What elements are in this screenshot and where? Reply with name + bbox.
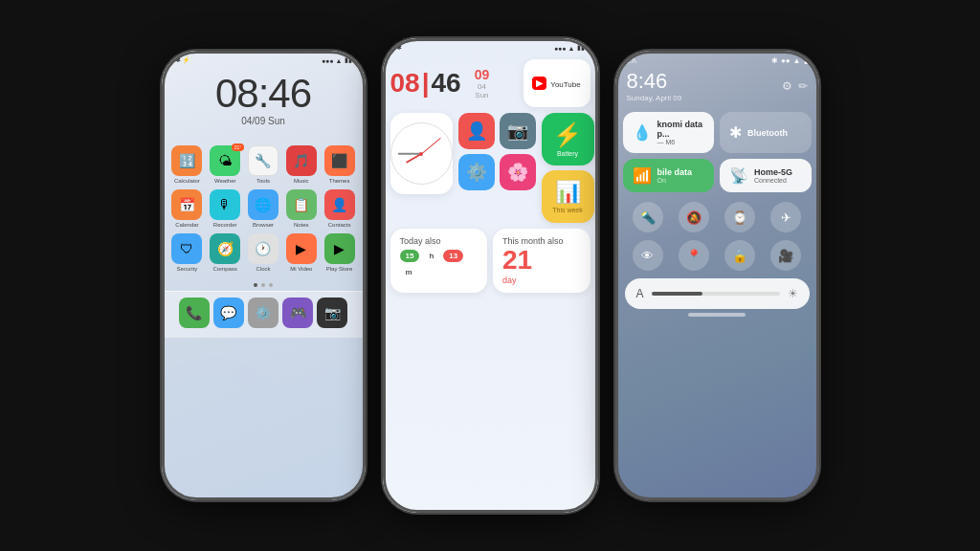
cc-tile-bluetooth[interactable]: ✱ Bluetooth [720, 112, 812, 153]
phone1-date: 04/09 Sun [162, 116, 366, 126]
app-playstore[interactable]: ▶ Play Store [323, 233, 356, 272]
browser-icon: 🌐 [248, 189, 278, 220]
cc-tile-water-text: knomi data p... — M6 [657, 120, 705, 145]
cc-btn-video[interactable]: 🎥 [770, 240, 801, 271]
yt-label: YouTube [550, 80, 580, 89]
cc-mobiledata-icon: 📶 [633, 166, 652, 185]
analog-clock [390, 122, 453, 185]
app-security[interactable]: 🛡 Security [171, 233, 204, 272]
phone-3: EA ✱ ●● ▲ ▮ 8:46 Sunday, April 09 ⚙ ✏ [615, 51, 819, 500]
widget-time-display: 08 | 46 [390, 68, 461, 99]
cc-btn-nfc[interactable]: ⌚ [724, 202, 755, 232]
app-tools[interactable]: 🔧 Tools [247, 145, 279, 184]
brightness-sun-icon: ☀ [788, 287, 798, 300]
youtube-widget[interactable]: ▶ YouTube [523, 59, 590, 107]
cc-wifi-icon: ▲ [793, 56, 801, 65]
widget-hour: 08 [390, 68, 420, 99]
cc-buttons-row2: 👁 📍 🔒 🎥 [615, 236, 819, 275]
home-bar[interactable] [688, 313, 746, 317]
cc-header-left: EA [627, 56, 637, 65]
cc-bluetooth-icon: ✱ [771, 56, 778, 65]
cc-settings-icon[interactable]: ⚙ [782, 79, 792, 93]
mivideo-icon: ▶ [286, 233, 317, 264]
cc-btn-airplane[interactable]: ✈ [770, 202, 801, 232]
music-label: Music [294, 178, 309, 184]
month-unit: day [502, 276, 581, 285]
recorder-icon: 🎙 [210, 189, 240, 220]
phone2-screen: ✱ ●●● ▲ ▮▮ 08 | 46 09 04 [383, 38, 598, 513]
cc-btn-location[interactable]: 📍 [679, 240, 709, 271]
widget-hour2: 09 [475, 67, 490, 82]
calculator-label: Calculator [174, 178, 200, 184]
app-calculator[interactable]: 🔢 Calculator [171, 145, 204, 184]
slider-track [652, 292, 780, 296]
battery-usage-col: ⚡ Battery 📊 This week [542, 113, 594, 223]
app-notes[interactable]: 📋 Notes [285, 189, 318, 228]
month-num: 21 [502, 246, 581, 276]
phone-2: ✱ ●●● ▲ ▮▮ 08 | 46 09 04 [383, 38, 598, 513]
app-clock[interactable]: 🕐 Clock [247, 233, 279, 272]
cc-brightness-slider[interactable]: A ☀ [625, 278, 810, 309]
signal-icon: ●●● [322, 57, 334, 64]
dock-settings[interactable]: ⚙️ [248, 298, 278, 328]
dock-phone[interactable]: 📞 [179, 298, 210, 328]
phone1-time: 08:46 [162, 74, 366, 114]
cc-mobiledata-sub: On [657, 177, 693, 184]
cc-tile-water[interactable]: 💧 knomi data p... — M6 [623, 112, 715, 153]
cc-tile-bluetooth-text: Bluetooth [747, 128, 788, 138]
app-contacts[interactable]: 👤 Contacts [323, 189, 356, 228]
cc-home-area [615, 313, 819, 322]
today-month-row: Today also 15 h 13 m This month also 21 … [390, 229, 590, 293]
app-recorder[interactable]: 🎙 Recorder [209, 189, 241, 228]
cc-date: Sunday, April 09 [627, 94, 682, 102]
cc-ea-label: EA [627, 56, 637, 65]
small-settings[interactable]: ⚙️ [458, 154, 495, 190]
widget-sep: | [422, 68, 430, 99]
cc-edit-icon[interactable]: ✏ [798, 79, 808, 93]
cc-btn-eye[interactable]: 👁 [633, 240, 663, 271]
dock-camera[interactable]: 📷 [317, 298, 347, 328]
dock-messages[interactable]: 💬 [213, 298, 244, 328]
clock-center [419, 152, 423, 156]
phone2-signal: ●●● [554, 45, 567, 52]
cc-btn-flashlight[interactable]: 🔦 [633, 202, 663, 232]
cc-time-left: 8:46 Sunday, April 09 [627, 69, 682, 102]
app-music[interactable]: 🎵 Music [285, 145, 318, 184]
calendar-label: Calendar [175, 222, 198, 228]
app-calendar[interactable]: 📅 Calendar [171, 189, 204, 228]
contacts-icon: 👤 [324, 189, 355, 220]
cc-tile-wifi[interactable]: 📡 Home-5G Connected [720, 159, 812, 192]
dock-games[interactable]: 🎮 [282, 298, 313, 328]
small-apps-row1: 👤 📷 [458, 113, 536, 149]
app-themes[interactable]: ⬛ Themes [323, 145, 356, 184]
small-gallery[interactable]: 🌸 [500, 154, 536, 190]
cc-btn-mute[interactable]: 🔕 [679, 202, 709, 232]
clock-apps-row: 👤 📷 ⚙️ 🌸 ⚡ Battery [390, 113, 590, 223]
cc-tile-mobiledata-text: bile data On [657, 167, 693, 184]
analog-clock-widget [390, 113, 453, 194]
app-browser[interactable]: 🌐 Browser [247, 189, 279, 228]
cc-top-actions: ⚙ ✏ [782, 79, 808, 93]
phone3-screen: EA ✱ ●● ▲ ▮ 8:46 Sunday, April 09 ⚙ ✏ [615, 51, 819, 500]
small-contacts[interactable]: 👤 [458, 113, 495, 149]
cc-tile-wifi-text: Home-5G Connected [754, 167, 792, 184]
weather-label: Weather [214, 178, 236, 184]
time-row: 08 | 46 09 04 Sun ▶ YouTu [390, 59, 590, 107]
app-mivideo[interactable]: ▶ Mi Video [285, 233, 318, 272]
app-compass[interactable]: 🧭 Compass [209, 233, 241, 272]
today-m-tag: 13 [443, 250, 463, 262]
security-label: Security [177, 266, 198, 272]
small-camera[interactable]: 📷 [500, 113, 536, 149]
cc-water-title: knomi data p... [657, 120, 705, 139]
cc-wifi-title: Home-5G [754, 167, 792, 177]
app-weather[interactable]: 🌤 21° Weather [209, 145, 241, 184]
compass-label: Compass [213, 266, 237, 272]
brightness-a-label: A [636, 287, 644, 300]
widget-time-right: 09 04 Sun [475, 67, 490, 99]
second-hand [421, 137, 441, 153]
today-h-unit: h [423, 250, 439, 262]
cc-tiles-grid: 💧 knomi data p... — M6 ✱ Bluetooth 📶 [615, 106, 819, 198]
phone1-dock: 📞 💬 ⚙️ 🎮 📷 [162, 291, 366, 338]
cc-btn-lock[interactable]: 🔒 [724, 240, 755, 271]
cc-tile-mobiledata[interactable]: 📶 bile data On [623, 159, 715, 192]
